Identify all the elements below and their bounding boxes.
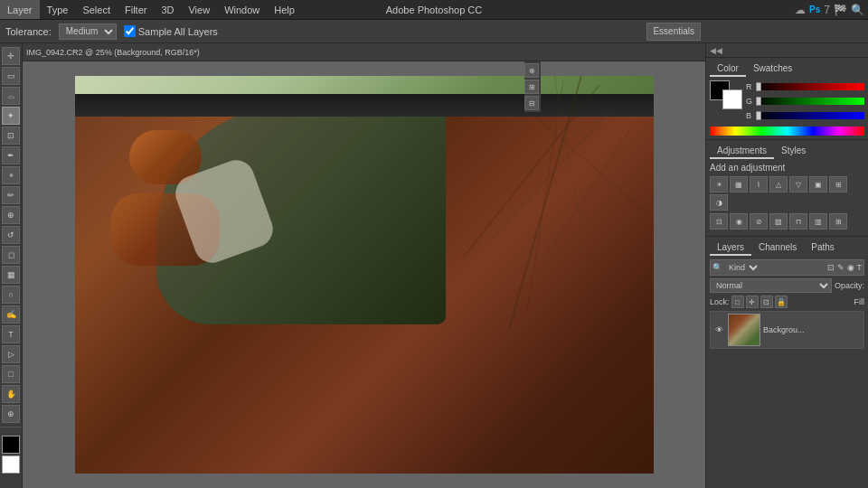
tool-dodge[interactable]: ○ [2, 286, 20, 304]
adj-selective[interactable]: ⊞ [829, 213, 847, 230]
tool-spot-heal[interactable]: ⌖ [2, 166, 20, 184]
tool-eraser[interactable]: ◻ [2, 246, 20, 264]
adj-brightness[interactable]: ☀ [710, 176, 728, 192]
adj-exposure[interactable]: △ [769, 176, 788, 192]
lock-all[interactable]: 🔒 [775, 296, 788, 308]
tool-eyedropper[interactable]: ✒ [2, 146, 20, 164]
layers-panel-tabs: Layers Channels Paths [710, 240, 864, 256]
adj-levels[interactable]: ▦ [730, 176, 748, 192]
menu-view[interactable]: View [181, 0, 217, 19]
lock-pixels[interactable]: □ [731, 296, 744, 308]
adjustments-panel-tabs: Adjustments Styles [710, 144, 864, 159]
side-icon-3[interactable]: ⊟ [524, 96, 539, 110]
title-bar: Layer Type Select Filter 3D View Window … [0, 0, 868, 20]
red-slider[interactable] [756, 83, 864, 90]
branches-svg [419, 76, 654, 329]
menu-select[interactable]: Select [75, 0, 118, 19]
tool-pen[interactable]: ✍ [2, 305, 20, 324]
tool-move[interactable]: ✛ [2, 47, 20, 65]
tool-history[interactable]: ↺ [2, 226, 20, 244]
tab-color[interactable]: Color [710, 61, 746, 77]
layer-name: Backgrou... [763, 325, 805, 334]
blend-mode-select[interactable]: Normal [710, 278, 832, 293]
tool-clone[interactable]: ⊕ [2, 206, 20, 224]
adj-threshold[interactable]: ⊓ [789, 213, 807, 230]
adj-photofilter[interactable]: ⊡ [710, 213, 728, 230]
adj-icons-row-1: ☀ ▦ ⌇ △ ▽ ▣ ⊞ ◑ [710, 176, 864, 211]
adj-hsl[interactable]: ▣ [809, 176, 827, 192]
tab-adjustments[interactable]: Adjustments [710, 144, 774, 159]
layer-item-background[interactable]: 👁 Backgrou... [710, 311, 864, 349]
filter-icon-2[interactable]: ✎ [837, 263, 844, 272]
background-color[interactable] [2, 455, 20, 474]
background-color-swatch[interactable] [722, 89, 742, 109]
tool-lasso[interactable]: ⌓ [2, 87, 20, 105]
menu-window[interactable]: Window [217, 0, 267, 19]
layers-kind-select[interactable]: Kind [725, 262, 760, 273]
menu-filter[interactable]: Filter [118, 0, 154, 19]
cloud-icon[interactable]: ☁ [795, 4, 806, 16]
layer-visibility-toggle[interactable]: 👁 [712, 324, 725, 336]
lock-move[interactable]: ✛ [746, 296, 759, 308]
tab-swatches[interactable]: Swatches [746, 61, 799, 77]
adj-invert[interactable]: ⊘ [750, 213, 768, 230]
adj-bw[interactable]: ◑ [710, 194, 728, 211]
green-slider-handle[interactable] [756, 97, 761, 106]
filter-icon-1[interactable]: ⊡ [827, 263, 835, 272]
tool-gradient[interactable]: ▦ [2, 266, 20, 284]
panel-collapse-btn[interactable]: ◀◀ [706, 43, 868, 58]
foreground-color[interactable] [2, 436, 20, 454]
adj-posterize[interactable]: ▨ [769, 213, 788, 230]
menu-type[interactable]: Type [40, 0, 76, 19]
layers-panel: Layers Channels Paths 🔍 Kind ⊡ ✎ ◉ T [706, 237, 868, 488]
tab-layers[interactable]: Layers [710, 240, 751, 256]
tool-wand[interactable]: ✦ [2, 107, 20, 125]
tolerance-select[interactable]: Medium Low High [59, 23, 117, 40]
tool-path[interactable]: ▷ [2, 345, 20, 363]
blue-slider[interactable] [756, 112, 864, 119]
blue-slider-handle[interactable] [756, 111, 761, 120]
filter-icon-4[interactable]: T [857, 263, 863, 272]
essentials-button[interactable]: Essentials [646, 23, 701, 41]
tool-zoom[interactable]: ⊕ [2, 405, 20, 423]
canvas-tab-bar: IMG_0942.CR2 @ 25% (Background, RGB/16*) [23, 43, 705, 61]
side-icon-1[interactable]: ⊕ [524, 63, 539, 78]
ps-icon: Ps [809, 5, 820, 14]
adj-curves[interactable]: ⌇ [750, 176, 768, 192]
adj-gradient-map[interactable]: ▥ [809, 213, 827, 230]
sample-all-layers-checkbox[interactable] [124, 25, 136, 37]
tab-styles[interactable]: Styles [774, 144, 813, 159]
tab-paths[interactable]: Paths [804, 240, 842, 256]
adj-channel[interactable]: ◉ [730, 213, 748, 230]
adj-vibrance[interactable]: ▽ [789, 176, 807, 192]
canvas-tab[interactable]: IMG_0942.CR2 @ 25% (Background, RGB/16*) [26, 48, 200, 57]
color-spectrum[interactable] [710, 127, 864, 136]
adj-colorbalance[interactable]: ⊞ [829, 176, 847, 192]
tool-crop[interactable]: ⊡ [2, 127, 20, 145]
collapse-icon: ◀◀ [710, 46, 722, 55]
menu-layer[interactable]: Layer [0, 0, 40, 19]
adj-icons-row-2: ⊡ ◉ ⊘ ▨ ⊓ ▥ ⊞ [710, 213, 864, 230]
layers-filter-bar: 🔍 Kind ⊡ ✎ ◉ T [710, 259, 864, 276]
menu-help[interactable]: Help [267, 0, 302, 19]
canvas-image[interactable] [75, 76, 654, 474]
tool-type[interactable]: T [2, 325, 20, 343]
side-icon-2[interactable]: ⊞ [524, 80, 539, 94]
color-content: R G B [710, 80, 864, 124]
lock-artboard[interactable]: ⊡ [760, 296, 773, 308]
color-swatches [710, 80, 742, 109]
minimize-icon[interactable]: 7 [824, 4, 830, 16]
color-panel: Color Swatches R G [706, 58, 868, 140]
svg-line-5 [527, 80, 563, 311]
search-icon[interactable]: 🔍 [851, 4, 864, 16]
filter-icon-3[interactable]: ◉ [847, 263, 854, 272]
tool-hand[interactable]: ✋ [2, 385, 20, 403]
green-slider[interactable] [756, 98, 864, 105]
tool-select-rect[interactable]: ▭ [2, 67, 20, 85]
tool-brush[interactable]: ✏ [2, 186, 20, 204]
flag-icon: 🏁 [834, 4, 847, 16]
tool-shape[interactable]: □ [2, 365, 20, 383]
tab-channels[interactable]: Channels [751, 240, 804, 256]
red-slider-handle[interactable] [756, 82, 761, 91]
menu-3d[interactable]: 3D [154, 0, 181, 19]
